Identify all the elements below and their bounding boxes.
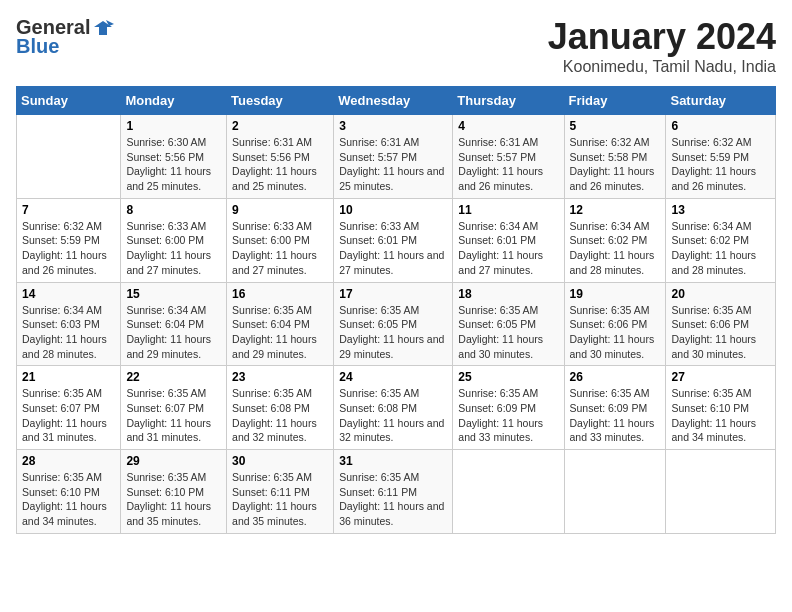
calendar-cell: 5Sunrise: 6:32 AMSunset: 5:58 PMDaylight… — [564, 115, 666, 199]
calendar-cell: 16Sunrise: 6:35 AMSunset: 6:04 PMDayligh… — [227, 282, 334, 366]
sunrise-text: Sunrise: 6:35 AM — [458, 303, 558, 318]
day-number: 22 — [126, 370, 221, 384]
day-info: Sunrise: 6:34 AMSunset: 6:02 PMDaylight:… — [570, 219, 661, 278]
day-number: 4 — [458, 119, 558, 133]
sunset-text: Sunset: 6:11 PM — [339, 485, 447, 500]
day-number: 14 — [22, 287, 115, 301]
calendar-cell: 21Sunrise: 6:35 AMSunset: 6:07 PMDayligh… — [17, 366, 121, 450]
day-info: Sunrise: 6:34 AMSunset: 6:01 PMDaylight:… — [458, 219, 558, 278]
day-info: Sunrise: 6:34 AMSunset: 6:02 PMDaylight:… — [671, 219, 770, 278]
day-number: 21 — [22, 370, 115, 384]
calendar-cell: 20Sunrise: 6:35 AMSunset: 6:06 PMDayligh… — [666, 282, 776, 366]
sunrise-text: Sunrise: 6:35 AM — [671, 303, 770, 318]
sunset-text: Sunset: 5:57 PM — [458, 150, 558, 165]
sunset-text: Sunset: 6:07 PM — [22, 401, 115, 416]
day-info: Sunrise: 6:35 AMSunset: 6:06 PMDaylight:… — [671, 303, 770, 362]
sunrise-text: Sunrise: 6:31 AM — [458, 135, 558, 150]
calendar-cell: 10Sunrise: 6:33 AMSunset: 6:01 PMDayligh… — [334, 198, 453, 282]
day-info: Sunrise: 6:35 AMSunset: 6:09 PMDaylight:… — [458, 386, 558, 445]
sunrise-text: Sunrise: 6:35 AM — [339, 470, 447, 485]
day-number: 9 — [232, 203, 328, 217]
daylight-text: Daylight: 11 hours and 26 minutes. — [671, 164, 770, 193]
sunset-text: Sunset: 6:02 PM — [570, 233, 661, 248]
sunset-text: Sunset: 6:07 PM — [126, 401, 221, 416]
sunset-text: Sunset: 5:56 PM — [232, 150, 328, 165]
day-number: 19 — [570, 287, 661, 301]
day-number: 12 — [570, 203, 661, 217]
daylight-text: Daylight: 11 hours and 25 minutes. — [232, 164, 328, 193]
sunrise-text: Sunrise: 6:33 AM — [126, 219, 221, 234]
day-info: Sunrise: 6:35 AMSunset: 6:06 PMDaylight:… — [570, 303, 661, 362]
day-info: Sunrise: 6:33 AMSunset: 6:00 PMDaylight:… — [126, 219, 221, 278]
daylight-text: Daylight: 11 hours and 30 minutes. — [458, 332, 558, 361]
daylight-text: Daylight: 11 hours and 29 minutes. — [339, 332, 447, 361]
day-number: 3 — [339, 119, 447, 133]
sunset-text: Sunset: 6:01 PM — [339, 233, 447, 248]
daylight-text: Daylight: 11 hours and 27 minutes. — [126, 248, 221, 277]
daylight-text: Daylight: 11 hours and 33 minutes. — [458, 416, 558, 445]
sunrise-text: Sunrise: 6:35 AM — [671, 386, 770, 401]
calendar-cell: 9Sunrise: 6:33 AMSunset: 6:00 PMDaylight… — [227, 198, 334, 282]
daylight-text: Daylight: 11 hours and 32 minutes. — [339, 416, 447, 445]
page-subtitle: Koonimedu, Tamil Nadu, India — [548, 58, 776, 76]
daylight-text: Daylight: 11 hours and 27 minutes. — [458, 248, 558, 277]
day-number: 25 — [458, 370, 558, 384]
daylight-text: Daylight: 11 hours and 26 minutes. — [458, 164, 558, 193]
day-info: Sunrise: 6:35 AMSunset: 6:10 PMDaylight:… — [126, 470, 221, 529]
calendar-cell: 18Sunrise: 6:35 AMSunset: 6:05 PMDayligh… — [453, 282, 564, 366]
daylight-text: Daylight: 11 hours and 26 minutes. — [22, 248, 115, 277]
sunrise-text: Sunrise: 6:35 AM — [232, 386, 328, 401]
sunrise-text: Sunrise: 6:35 AM — [458, 386, 558, 401]
sunrise-text: Sunrise: 6:35 AM — [339, 386, 447, 401]
day-of-week-header: Wednesday — [334, 87, 453, 115]
calendar-cell — [17, 115, 121, 199]
day-info: Sunrise: 6:35 AMSunset: 6:10 PMDaylight:… — [22, 470, 115, 529]
sunrise-text: Sunrise: 6:32 AM — [671, 135, 770, 150]
sunrise-text: Sunrise: 6:34 AM — [570, 219, 661, 234]
sunset-text: Sunset: 5:59 PM — [22, 233, 115, 248]
daylight-text: Daylight: 11 hours and 27 minutes. — [232, 248, 328, 277]
sunset-text: Sunset: 6:06 PM — [671, 317, 770, 332]
day-number: 20 — [671, 287, 770, 301]
calendar-cell: 6Sunrise: 6:32 AMSunset: 5:59 PMDaylight… — [666, 115, 776, 199]
day-number: 27 — [671, 370, 770, 384]
sunset-text: Sunset: 6:02 PM — [671, 233, 770, 248]
day-info: Sunrise: 6:35 AMSunset: 6:04 PMDaylight:… — [232, 303, 328, 362]
day-info: Sunrise: 6:33 AMSunset: 6:01 PMDaylight:… — [339, 219, 447, 278]
day-number: 17 — [339, 287, 447, 301]
calendar-cell: 29Sunrise: 6:35 AMSunset: 6:10 PMDayligh… — [121, 450, 227, 534]
calendar-table: SundayMondayTuesdayWednesdayThursdayFrid… — [16, 86, 776, 534]
day-number: 31 — [339, 454, 447, 468]
day-number: 16 — [232, 287, 328, 301]
page-title: January 2024 — [548, 16, 776, 58]
sunrise-text: Sunrise: 6:34 AM — [126, 303, 221, 318]
logo-blue-text: Blue — [16, 35, 59, 58]
calendar-header-row: SundayMondayTuesdayWednesdayThursdayFrid… — [17, 87, 776, 115]
daylight-text: Daylight: 11 hours and 33 minutes. — [570, 416, 661, 445]
calendar-week-row: 28Sunrise: 6:35 AMSunset: 6:10 PMDayligh… — [17, 450, 776, 534]
day-number: 6 — [671, 119, 770, 133]
sunset-text: Sunset: 6:10 PM — [22, 485, 115, 500]
day-of-week-header: Thursday — [453, 87, 564, 115]
header: General Blue January 2024 Koonimedu, Tam… — [16, 16, 776, 76]
day-info: Sunrise: 6:31 AMSunset: 5:56 PMDaylight:… — [232, 135, 328, 194]
calendar-cell: 24Sunrise: 6:35 AMSunset: 6:08 PMDayligh… — [334, 366, 453, 450]
calendar-cell: 13Sunrise: 6:34 AMSunset: 6:02 PMDayligh… — [666, 198, 776, 282]
calendar-cell: 14Sunrise: 6:34 AMSunset: 6:03 PMDayligh… — [17, 282, 121, 366]
calendar-cell: 8Sunrise: 6:33 AMSunset: 6:00 PMDaylight… — [121, 198, 227, 282]
sunrise-text: Sunrise: 6:35 AM — [570, 303, 661, 318]
day-info: Sunrise: 6:35 AMSunset: 6:05 PMDaylight:… — [339, 303, 447, 362]
sunrise-text: Sunrise: 6:35 AM — [339, 303, 447, 318]
day-info: Sunrise: 6:35 AMSunset: 6:09 PMDaylight:… — [570, 386, 661, 445]
calendar-cell: 3Sunrise: 6:31 AMSunset: 5:57 PMDaylight… — [334, 115, 453, 199]
sunrise-text: Sunrise: 6:35 AM — [570, 386, 661, 401]
daylight-text: Daylight: 11 hours and 35 minutes. — [232, 499, 328, 528]
sunrise-text: Sunrise: 6:32 AM — [570, 135, 661, 150]
day-number: 7 — [22, 203, 115, 217]
daylight-text: Daylight: 11 hours and 31 minutes. — [126, 416, 221, 445]
day-number: 24 — [339, 370, 447, 384]
day-number: 5 — [570, 119, 661, 133]
daylight-text: Daylight: 11 hours and 31 minutes. — [22, 416, 115, 445]
logo: General Blue — [16, 16, 114, 58]
daylight-text: Daylight: 11 hours and 34 minutes. — [22, 499, 115, 528]
